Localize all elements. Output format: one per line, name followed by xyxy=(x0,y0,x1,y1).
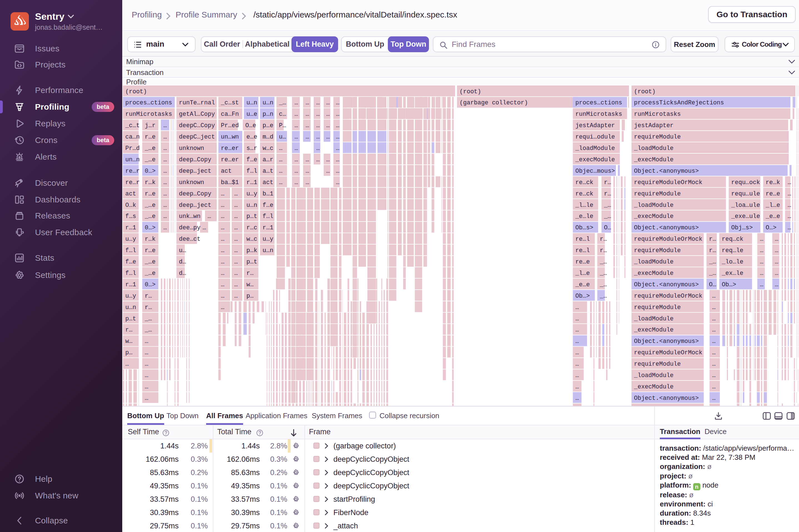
svg-text:…: … xyxy=(775,259,778,265)
svg-text:…: … xyxy=(575,304,579,311)
svg-text:_execModule: _execModule xyxy=(575,156,615,163)
svg-text:Objec…mous>: Objec…mous> xyxy=(575,168,615,174)
svg-text:(root): (root) xyxy=(460,88,481,95)
svg-text:_execModule: _execModule xyxy=(634,213,674,220)
svg-text:proces…ctions: proces…ctions xyxy=(125,99,172,106)
svg-text:deep…Copy: deep…Copy xyxy=(179,156,211,163)
svg-text:O…>: O…> xyxy=(766,224,777,231)
svg-text:requireModule: requireModule xyxy=(634,134,681,140)
svg-text:_lo…le: _lo…le xyxy=(722,259,743,265)
svg-text:…: … xyxy=(163,122,167,129)
svg-text:ca…n: ca…n xyxy=(125,134,140,140)
svg-text:r…: r… xyxy=(709,247,716,254)
svg-text:…: … xyxy=(712,326,716,333)
svg-text:p…t: p…t xyxy=(246,259,257,265)
svg-text:…: … xyxy=(787,202,791,209)
svg-text:u…n: u…n xyxy=(246,99,257,106)
svg-text:_…e: _…e xyxy=(145,270,155,277)
svg-text:f…e: f…e xyxy=(125,259,136,265)
svg-text:d…: d… xyxy=(179,270,186,277)
svg-text:_execModule: _execModule xyxy=(634,326,674,333)
svg-text:…: … xyxy=(221,304,224,311)
svg-text:r…1: r…1 xyxy=(262,224,273,231)
svg-text:…: … xyxy=(316,122,320,129)
svg-text:r…1: r…1 xyxy=(246,179,257,186)
svg-text:Obj…s>: Obj…s> xyxy=(731,224,753,231)
svg-text:…: … xyxy=(221,190,224,197)
svg-text:…: … xyxy=(234,281,238,288)
svg-text:…: … xyxy=(326,134,330,140)
svg-text:w…c: w…c xyxy=(262,145,273,152)
svg-text:r…: r… xyxy=(600,247,607,254)
svg-text:…: … xyxy=(295,156,298,163)
svg-text:requireModule: requireModule xyxy=(634,304,681,311)
svg-text:_…: _… xyxy=(709,270,716,277)
svg-text:…: … xyxy=(336,122,339,129)
svg-text:e…e: e…e xyxy=(246,134,257,140)
svg-text:…: … xyxy=(575,326,579,333)
svg-text:r…: r… xyxy=(604,179,611,186)
svg-text:p…k: p…k xyxy=(246,247,257,254)
svg-text:…: … xyxy=(221,213,224,220)
svg-text:p…t: p…t xyxy=(246,213,257,220)
svg-text:w…c: w…c xyxy=(246,236,257,242)
svg-text:…: … xyxy=(326,168,330,174)
svg-text:…: … xyxy=(203,224,206,231)
svg-text:…: … xyxy=(234,259,238,265)
svg-text:requireModule: requireModule xyxy=(634,247,681,254)
svg-text:r…1: r…1 xyxy=(125,224,136,231)
svg-text:_execModule: _execModule xyxy=(634,270,674,277)
svg-text:re…ck: re…ck xyxy=(575,179,593,186)
svg-text:…: … xyxy=(575,361,579,367)
svg-text:…: … xyxy=(712,395,716,401)
svg-text:_loadModule: _loadModule xyxy=(575,145,615,152)
svg-text:…: … xyxy=(221,281,224,288)
svg-text:…: … xyxy=(775,236,778,242)
svg-text:…: … xyxy=(760,281,763,288)
svg-text:_…: _… xyxy=(599,281,607,288)
svg-text:_e…e: _e…e xyxy=(765,213,780,220)
svg-text:f…e: f…e xyxy=(262,202,273,209)
svg-text:deepC…Copy: deepC…Copy xyxy=(179,122,215,129)
svg-text:…: … xyxy=(221,224,224,231)
svg-text:…: … xyxy=(234,247,238,254)
svg-text:j…r: j…r xyxy=(145,122,155,129)
svg-text:p…: p… xyxy=(125,349,132,356)
svg-text:…: … xyxy=(295,122,298,129)
svg-text:_…: _… xyxy=(604,213,611,220)
svg-text:r…: r… xyxy=(600,236,607,242)
svg-text:s…r: s…r xyxy=(246,145,257,152)
svg-text:…: … xyxy=(305,134,309,140)
svg-text:…: … xyxy=(279,168,282,174)
svg-text:u…n: u…n xyxy=(246,202,257,209)
svg-text:a…t: a…t xyxy=(262,168,273,174)
svg-text:_loadModule: _loadModule xyxy=(634,372,674,379)
svg-text:runMicrotasks: runMicrotasks xyxy=(634,111,681,117)
svg-text:_…e: _…e xyxy=(145,156,155,163)
svg-text:Ob…>: Ob…> xyxy=(722,281,736,288)
svg-text:f…e: f…e xyxy=(246,156,257,163)
svg-text:…: … xyxy=(316,111,320,117)
svg-text:…: … xyxy=(336,111,339,117)
svg-text:…: … xyxy=(221,247,224,254)
svg-text:0…>: 0…> xyxy=(145,168,155,174)
svg-text:…: … xyxy=(575,338,579,345)
svg-text:…: … xyxy=(145,395,148,401)
svg-text:…: … xyxy=(145,338,148,345)
svg-text:u…y: u…y xyxy=(125,293,136,299)
svg-text:_…e: _…e xyxy=(145,213,155,220)
svg-text:f…l: f…l xyxy=(125,247,136,254)
svg-text:…: … xyxy=(207,213,211,220)
svg-text:runTe…rnal: runTe…rnal xyxy=(179,99,215,106)
svg-text:runMicrotasks: runMicrotasks xyxy=(575,111,622,117)
svg-text:m…d: m…d xyxy=(262,134,273,140)
svg-text:re…k: re…k xyxy=(766,179,780,186)
svg-text:(root): (root) xyxy=(125,88,147,95)
svg-text:…: … xyxy=(221,259,224,265)
svg-text:…: … xyxy=(163,213,167,220)
svg-text:r…k: r…k xyxy=(145,236,155,242)
svg-text:_…: _… xyxy=(599,293,607,299)
svg-text:…: … xyxy=(234,190,238,197)
svg-text:…: … xyxy=(163,156,167,163)
svg-text:u…n: u…n xyxy=(125,304,136,311)
